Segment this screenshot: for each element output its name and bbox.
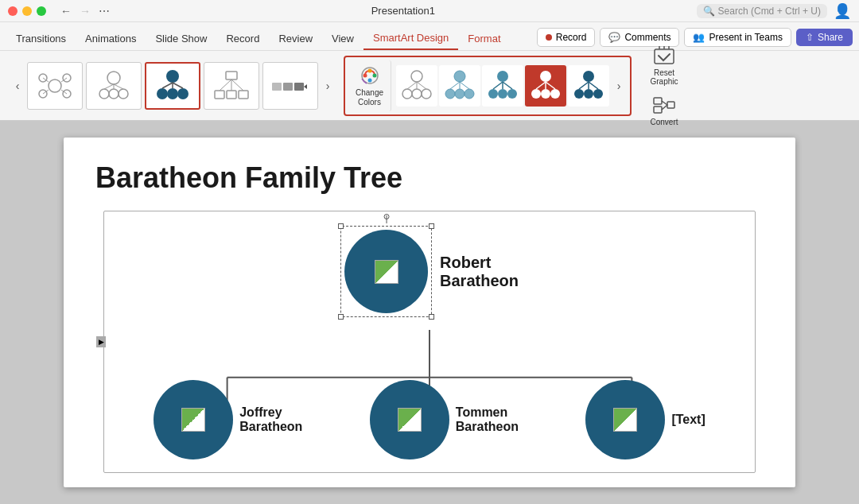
svg-point-63: [550, 89, 560, 99]
title-bar: ← → ⋯ Presentation1 🔍 Search (Cmd + Ctrl…: [0, 0, 859, 22]
slide[interactable]: Baratheon Family Tree ▶: [64, 138, 795, 487]
svg-line-15: [114, 84, 123, 89]
children-row: JoffreyBaratheon TommenBaratheon: [104, 380, 755, 459]
styles-section: ChangeColors: [344, 56, 632, 116]
child-node-tommen[interactable]: TommenBaratheon: [370, 380, 519, 459]
svg-rect-31: [283, 83, 293, 91]
styles-next-button[interactable]: ›: [611, 65, 627, 107]
maximize-button[interactable]: [37, 6, 46, 16]
window-controls: ← → ⋯: [8, 5, 110, 17]
svg-rect-75: [654, 98, 662, 104]
style-thumb-4-selected[interactable]: [525, 65, 566, 107]
svg-point-49: [464, 89, 474, 99]
style-thumb-3[interactable]: [482, 65, 523, 107]
layout-thumb-2[interactable]: [86, 62, 142, 110]
svg-point-53: [497, 71, 508, 82]
close-button[interactable]: [8, 6, 17, 16]
forward-icon: →: [80, 5, 91, 17]
child-node-text[interactable]: [Text]: [585, 380, 705, 459]
comments-icon: 💬: [608, 32, 620, 43]
slide-title: Baratheon Family Tree: [95, 161, 764, 195]
layout-next-button[interactable]: ›: [320, 62, 336, 110]
record-label: Record: [556, 32, 587, 43]
style-thumb-1[interactable]: [396, 65, 437, 107]
svg-point-68: [574, 89, 584, 99]
search-icon: 🔍: [703, 6, 715, 17]
tab-view[interactable]: View: [322, 26, 363, 50]
svg-point-19: [177, 88, 189, 99]
svg-marker-33: [304, 84, 307, 89]
svg-rect-23: [226, 72, 237, 79]
record-dot-icon: [546, 34, 552, 41]
minimize-button[interactable]: [22, 6, 32, 16]
layout-thumb-4[interactable]: [204, 62, 259, 110]
svg-line-78: [662, 105, 667, 110]
svg-line-73: [589, 82, 598, 89]
more-icon[interactable]: ⋯: [99, 5, 110, 17]
left-panel-handle[interactable]: ▶: [96, 336, 106, 347]
reset-graphic-button[interactable]: ResetGraphic: [643, 41, 686, 89]
teams-icon: 👥: [693, 32, 705, 43]
user-icon[interactable]: 👤: [834, 2, 851, 20]
traffic-lights: [8, 6, 46, 16]
layout-thumb-5[interactable]: [262, 62, 318, 110]
change-colors-label: ChangeColors: [356, 88, 383, 107]
child-node-joffrey[interactable]: JoffreyBaratheon: [154, 380, 302, 459]
tab-transitions[interactable]: Transitions: [6, 26, 76, 50]
svg-line-59: [503, 82, 512, 89]
root-node[interactable]: RobertBaratheon: [340, 226, 519, 317]
tab-review[interactable]: Review: [269, 26, 322, 50]
tab-animations[interactable]: Animations: [76, 26, 146, 50]
tommen-image-placeholder: [398, 408, 422, 432]
layout-thumb-1[interactable]: [27, 62, 83, 110]
svg-point-47: [445, 89, 455, 99]
svg-point-40: [402, 89, 412, 99]
svg-point-17: [157, 88, 168, 99]
search-bar[interactable]: 🔍 Search (Cmd + Ctrl + U): [697, 4, 827, 18]
tab-record[interactable]: Record: [216, 26, 269, 50]
style-thumb-5[interactable]: [568, 65, 609, 107]
back-icon[interactable]: ←: [60, 5, 72, 17]
share-button[interactable]: ⇧ Share: [796, 29, 853, 46]
window-title: Presentation1: [371, 5, 435, 17]
svg-rect-30: [272, 83, 282, 91]
svg-point-0: [49, 79, 61, 92]
svg-point-48: [455, 89, 464, 99]
svg-line-13: [104, 84, 114, 89]
svg-point-54: [488, 89, 498, 99]
svg-line-29: [231, 79, 243, 91]
svg-line-43: [407, 82, 417, 89]
tab-format[interactable]: Format: [458, 26, 510, 50]
text-circle: [585, 380, 665, 459]
svg-rect-24: [215, 91, 224, 99]
tab-smartart-design[interactable]: SmartArt Design: [363, 26, 458, 50]
record-button[interactable]: Record: [537, 28, 596, 47]
root-circle: [344, 230, 428, 313]
svg-line-52: [460, 82, 469, 89]
svg-point-36: [367, 68, 371, 72]
tabs-left: Transitions Animations Slide Show Record…: [6, 26, 511, 50]
svg-point-42: [422, 89, 431, 99]
change-colors-button[interactable]: ChangeColors: [348, 60, 391, 111]
root-label: RobertBaratheon: [440, 254, 519, 290]
tab-slideshow[interactable]: Slide Show: [146, 26, 216, 50]
svg-line-50: [450, 82, 460, 89]
present-teams-button[interactable]: 👥 Present in Teams: [684, 28, 791, 47]
svg-point-18: [167, 88, 178, 99]
tabs-right: Record 💬 Comments 👥 Present in Teams ⇧ S…: [537, 28, 853, 50]
search-placeholder: Search (Cmd + Ctrl + U): [718, 6, 821, 17]
smartart-container[interactable]: ▶: [103, 211, 756, 473]
share-icon: ⇧: [806, 32, 814, 43]
tommen-label: TommenBaratheon: [456, 405, 519, 434]
svg-line-71: [579, 82, 589, 89]
svg-line-64: [536, 82, 546, 89]
tommen-circle: [370, 380, 449, 459]
layout-thumb-3[interactable]: [145, 62, 200, 110]
svg-point-35: [363, 73, 367, 77]
svg-point-60: [540, 71, 551, 82]
layout-prev-button[interactable]: ‹: [10, 62, 25, 110]
svg-point-11: [109, 89, 119, 99]
style-thumb-2[interactable]: [439, 65, 480, 107]
root-image-placeholder: [375, 260, 398, 284]
svg-point-10: [99, 89, 109, 99]
